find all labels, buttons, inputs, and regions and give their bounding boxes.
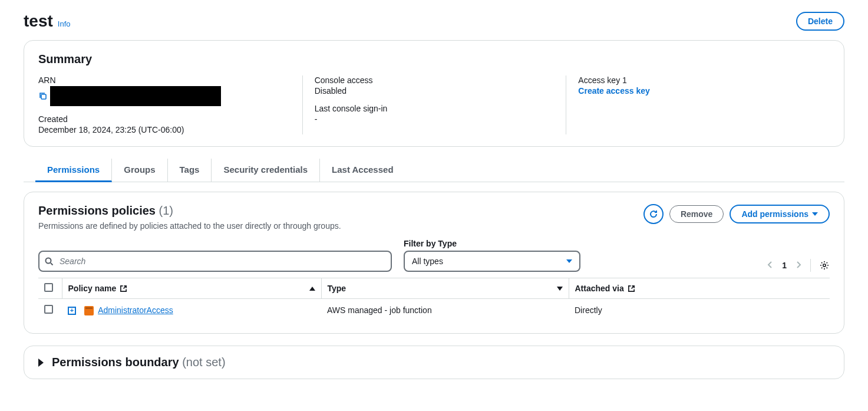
access-key-label: Access key 1 [578, 75, 818, 85]
tab-groups[interactable]: Groups [112, 159, 167, 182]
policies-panel: Permissions policies (1) Permissions are… [24, 192, 844, 334]
col-policy-name[interactable]: Policy name [68, 284, 117, 293]
filter-type-select[interactable]: All types [404, 251, 580, 272]
search-icon [44, 257, 54, 266]
expand-row-icon[interactable]: + [68, 307, 76, 315]
select-all-checkbox[interactable] [44, 283, 53, 292]
page-next[interactable] [795, 261, 802, 271]
last-signin-value: - [315, 114, 555, 124]
delete-button[interactable]: Delete [796, 12, 844, 31]
page-title: test [24, 12, 53, 31]
created-value: December 18, 2024, 23:25 (UTC-06:00) [38, 125, 291, 134]
sort-desc-icon[interactable] [557, 287, 563, 291]
boundary-title: Permissions boundary [52, 356, 179, 369]
create-access-key-link[interactable]: Create access key [578, 86, 649, 96]
chevron-down-icon [566, 259, 572, 263]
col-attached-via[interactable]: Attached via [575, 284, 624, 293]
external-link-icon [628, 285, 635, 292]
filter-type-label: Filter by Type [404, 239, 580, 248]
external-link-icon [120, 285, 127, 292]
tab-last-accessed[interactable]: Last Accessed [320, 159, 405, 182]
page-number: 1 [782, 261, 787, 270]
summary-heading: Summary [38, 52, 830, 66]
created-label: Created [38, 114, 291, 124]
policies-count: (1) [159, 204, 173, 217]
console-access-value: Disabled [315, 86, 555, 96]
svg-rect-0 [41, 94, 46, 99]
policy-box-icon [84, 306, 94, 315]
search-input[interactable] [38, 251, 392, 272]
last-signin-label: Last console sign-in [315, 104, 555, 113]
boundary-status: (not set) [182, 356, 225, 369]
tab-permissions[interactable]: Permissions [35, 159, 112, 182]
sort-asc-icon[interactable] [309, 287, 315, 291]
add-permissions-button[interactable]: Add permissions [730, 205, 830, 223]
policies-heading: Permissions policies [38, 204, 156, 217]
remove-button[interactable]: Remove [669, 205, 724, 223]
svg-line-2 [51, 263, 53, 265]
row-checkbox[interactable] [44, 305, 53, 314]
gear-icon[interactable] [819, 260, 830, 271]
policy-type: AWS managed - job function [321, 299, 569, 322]
table-row: + AdministratorAccess AWS managed - job … [38, 299, 830, 322]
policy-name-link[interactable]: AdministratorAccess [98, 305, 173, 315]
caret-right-icon [38, 359, 44, 367]
arn-value-redacted [50, 86, 221, 106]
permissions-boundary-toggle[interactable]: Permissions boundary (not set) [24, 346, 844, 379]
tabs: Permissions Groups Tags Security credent… [24, 159, 844, 182]
chevron-down-icon [812, 212, 818, 216]
summary-panel: Summary ARN Created Dec [24, 40, 844, 147]
refresh-button[interactable] [643, 204, 664, 224]
console-access-label: Console access [315, 75, 555, 85]
arn-label: ARN [38, 75, 291, 85]
col-type[interactable]: Type [328, 284, 346, 293]
policies-desc: Permissions are defined by policies atta… [38, 221, 341, 231]
tab-security-credentials[interactable]: Security credentials [212, 159, 320, 182]
tab-tags[interactable]: Tags [168, 159, 212, 182]
policy-attached-via: Directly [569, 299, 830, 322]
info-link[interactable]: Info [58, 19, 71, 28]
svg-point-3 [823, 264, 826, 267]
svg-point-1 [46, 258, 51, 264]
page-prev[interactable] [767, 261, 774, 271]
policies-table: Policy name Type [38, 278, 830, 321]
copy-icon[interactable] [38, 91, 48, 101]
